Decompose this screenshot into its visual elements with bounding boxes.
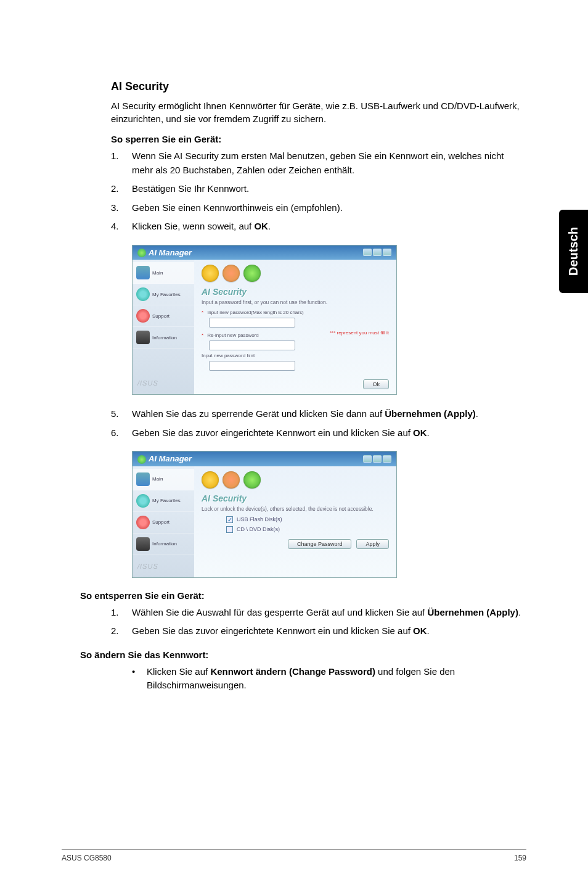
minimize-button[interactable] [363, 249, 372, 256]
brand-logo: /ISUS [133, 374, 194, 392]
sidebar-item-information[interactable]: Information [133, 327, 194, 349]
sidebar: Main My Favorites Support Information /I… [133, 466, 194, 577]
window-titlebar: AI Manager [133, 245, 396, 260]
sidebar-item-information[interactable]: Information [133, 534, 194, 555]
bullet-text: Klicken Sie auf Kennwort ändern (Change … [147, 665, 526, 693]
maximize-button[interactable] [373, 455, 382, 463]
window-title: AI Manager [149, 454, 192, 463]
tool-icon[interactable] [243, 471, 261, 489]
panel-hint: Input a password first, or you can not u… [202, 299, 389, 306]
device-label: CD \ DVD Disk(s) [237, 526, 280, 532]
panel-title: AI Security [202, 287, 389, 297]
information-icon [136, 537, 150, 551]
step-text: Klicken Sie, wenn soweit, auf OK. [132, 220, 526, 234]
tool-icon[interactable] [202, 265, 219, 282]
required-star: * [202, 332, 203, 338]
favorites-icon [136, 287, 150, 301]
sidebar-item-support[interactable]: Support [133, 512, 194, 534]
maximize-button[interactable] [373, 249, 382, 256]
panel-title: AI Security [202, 493, 389, 503]
support-icon [136, 309, 150, 323]
lock-heading: So sperren Sie ein Gerät: [111, 134, 526, 144]
section-intro: AI Security ermöglicht Ihnen Kennwörter … [111, 99, 526, 125]
main-icon [136, 472, 150, 486]
step-number: 6. [111, 426, 132, 440]
window-title: AI Manager [149, 248, 192, 257]
password-hint-input[interactable] [209, 361, 295, 371]
lock-steps-1-4: 1.Wenn Sie AI Security zum ersten Mal be… [111, 149, 526, 234]
required-star: * [202, 310, 203, 315]
page-footer: ASUS CG8580 159 [62, 849, 526, 862]
tool-icon[interactable] [202, 471, 219, 489]
sidebar-item-main[interactable]: Main [133, 469, 194, 490]
sidebar-item-favorites[interactable]: My Favorites [133, 284, 194, 305]
step-text: Geben Sie das zuvor eingerichtete Kennwo… [132, 624, 526, 638]
footer-page-number: 159 [514, 854, 526, 862]
step-text: Wählen Sie die Auswahl für das gesperrte… [132, 606, 526, 620]
required-note: *** represent you must fill it [330, 330, 389, 336]
ok-button[interactable]: Ok [363, 379, 389, 389]
step-text: Wählen Sie das zu sperrende Gerät und kl… [132, 407, 526, 421]
field-label: Input new password hint [202, 353, 255, 358]
close-button[interactable] [383, 455, 391, 463]
step-text: Bestätigen Sie Ihr Kennwort. [132, 182, 526, 196]
field-label: Input new password(Max length is 20 char… [207, 310, 304, 315]
step-number: 1. [111, 606, 132, 620]
screenshot-password-setup: AI Manager Main My Favorites Support Inf… [132, 245, 397, 395]
unlock-heading: So entsperren Sie ein Gerät: [80, 590, 526, 601]
step-number: 3. [111, 201, 132, 215]
screenshot-device-lock: AI Manager Main My Favorites Support Inf… [132, 451, 397, 578]
favorites-icon [136, 494, 150, 508]
step-text: Wenn Sie AI Security zum ersten Mal benu… [132, 149, 526, 177]
tool-icon[interactable] [223, 471, 240, 489]
tool-icon[interactable] [223, 265, 240, 282]
section-title: AI Security [111, 80, 526, 93]
footer-model: ASUS CG8580 [62, 854, 112, 862]
device-label: USB Flash Disk(s) [237, 516, 282, 522]
lock-steps-5-6: 5.Wählen Sie das zu sperrende Gerät und … [111, 407, 526, 440]
step-number: 2. [111, 182, 132, 196]
step-number: 5. [111, 407, 132, 421]
support-icon [136, 516, 150, 529]
tool-icon[interactable] [243, 265, 261, 282]
step-number: 2. [111, 624, 132, 638]
step-text: Geben Sie das zuvor eingerichtete Kennwo… [132, 426, 526, 440]
close-button[interactable] [383, 249, 391, 256]
cddvd-checkbox[interactable] [226, 526, 233, 533]
toolbar [202, 471, 389, 489]
apply-button[interactable]: Apply [356, 539, 389, 549]
sidebar-item-support[interactable]: Support [133, 305, 194, 327]
step-number: 1. [111, 149, 132, 177]
sidebar-item-main[interactable]: Main [133, 262, 194, 284]
panel-hint: Lock or unlock the device(s), others sel… [202, 506, 389, 513]
bullet-marker: • [132, 665, 147, 693]
brand-logo: /ISUS [133, 558, 194, 575]
step-number: 4. [111, 220, 132, 234]
change-bullet: •Klicken Sie auf Kennwort ändern (Change… [132, 665, 526, 693]
new-password-input[interactable] [209, 318, 295, 328]
sidebar-item-favorites[interactable]: My Favorites [133, 490, 194, 512]
change-password-button[interactable]: Change Password [288, 539, 352, 549]
toolbar [202, 265, 389, 282]
sidebar: Main My Favorites Support Information /I… [133, 260, 194, 394]
page-content: AI Security AI Security ermöglicht Ihnen… [0, 0, 588, 738]
unlock-steps: 1.Wählen Sie die Auswahl für das gesperr… [111, 606, 526, 638]
window-titlebar: AI Manager [133, 452, 396, 466]
minimize-button[interactable] [363, 455, 372, 463]
field-label: Re-input new password [207, 332, 259, 338]
confirm-password-input[interactable] [209, 340, 295, 350]
usb-checkbox[interactable] [226, 516, 233, 523]
information-icon [136, 331, 150, 344]
step-text: Geben Sie einen Kennworthinweis ein (emp… [132, 201, 526, 215]
change-heading: So ändern Sie das Kennwort: [80, 650, 526, 660]
main-icon [136, 266, 150, 279]
